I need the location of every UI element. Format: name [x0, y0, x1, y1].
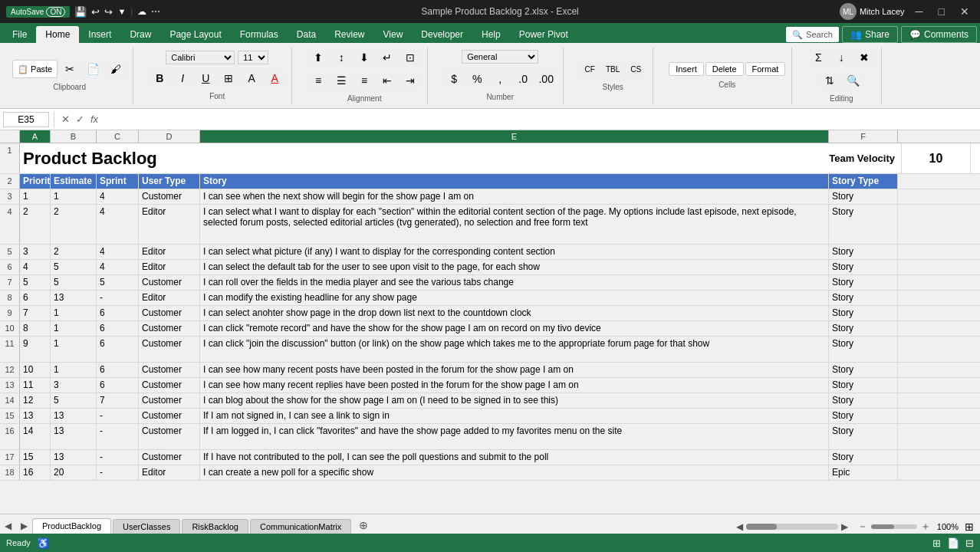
decimal-decrease-button[interactable]: .0 — [512, 70, 534, 88]
cell-d13[interactable]: Customer — [139, 378, 200, 393]
cell-e6[interactable]: I can select the default tab for the use… — [200, 260, 829, 274]
cell-c10[interactable]: 6 — [97, 321, 139, 336]
share-button[interactable]: 👥 Share — [842, 26, 898, 43]
cell-b14[interactable]: 5 — [51, 393, 97, 408]
cell-c4[interactable]: 4 — [97, 205, 139, 244]
wrap-text-button[interactable]: ↵ — [377, 48, 398, 67]
tab-file[interactable]: File — [3, 26, 36, 43]
number-format-select[interactable]: General — [462, 50, 538, 64]
cell-d14[interactable]: Customer — [139, 393, 200, 408]
font-color-button[interactable]: A — [264, 69, 285, 87]
tab-review[interactable]: Review — [325, 26, 373, 43]
align-top-button[interactable]: ⬆ — [307, 48, 329, 67]
sheet-tab-user-classes[interactable]: UserClasses — [113, 519, 180, 534]
cell-d3[interactable]: Customer — [139, 189, 200, 204]
zoom-slider[interactable] — [871, 524, 917, 529]
indent-increase-button[interactable]: ⇥ — [400, 71, 421, 90]
cell-c16[interactable]: - — [97, 424, 139, 449]
conditional-format-button[interactable]: CF — [579, 60, 600, 78]
cell-e18[interactable]: I can create a new poll for a specific s… — [200, 465, 829, 480]
col-header-b[interactable]: B — [51, 130, 97, 143]
header-user-type[interactable]: User Type — [139, 174, 200, 189]
paste-button[interactable]: 📋 Paste — [12, 60, 58, 78]
cell-a11[interactable]: 9 — [20, 337, 51, 362]
confirm-input-icon[interactable]: ✓ — [74, 113, 87, 125]
clear-button[interactable]: ✖ — [853, 48, 875, 67]
col-header-f[interactable]: F — [829, 130, 898, 143]
sheet-tab-communication-matrix[interactable]: CommunicationMatrix — [250, 519, 351, 534]
percent-button[interactable]: % — [466, 70, 488, 88]
tab-formulas[interactable]: Formulas — [231, 26, 288, 43]
font-family-select[interactable]: Calibri — [166, 51, 235, 64]
cell-f6[interactable]: Story — [829, 260, 898, 274]
cell-f11[interactable]: Story — [829, 337, 898, 362]
cell-b17[interactable]: 13 — [51, 450, 97, 465]
format-as-table-button[interactable]: TBL — [602, 60, 623, 78]
cell-f10[interactable]: Story — [829, 321, 898, 336]
cell-a12[interactable]: 10 — [20, 363, 51, 377]
comma-button[interactable]: , — [489, 70, 511, 88]
cell-f14[interactable]: Story — [829, 393, 898, 408]
autosum-button[interactable]: Σ — [807, 48, 829, 67]
col-header-e[interactable]: E — [200, 130, 829, 143]
save-icon[interactable]: 💾 — [74, 6, 87, 18]
cell-c15[interactable]: - — [97, 409, 139, 423]
cell-a18[interactable]: 16 — [20, 465, 51, 480]
cell-f7[interactable]: Story — [829, 275, 898, 290]
header-priority[interactable]: Priority — [20, 174, 51, 189]
navigate-left-icon[interactable]: ◀ — [0, 518, 16, 534]
format-painter-button[interactable]: 🖌 — [105, 60, 127, 78]
cell-e4[interactable]: I can select what I want to display for … — [200, 205, 829, 244]
cut-button[interactable]: ✂ — [59, 60, 81, 78]
tab-insert[interactable]: Insert — [79, 26, 120, 43]
cell-b3[interactable]: 1 — [51, 189, 97, 204]
cell-c8[interactable]: - — [97, 291, 139, 305]
cell-d7[interactable]: Customer — [139, 275, 200, 290]
scrollbar-left-icon[interactable]: ◀ — [736, 521, 743, 532]
currency-button[interactable]: $ — [443, 70, 465, 88]
find-select-button[interactable]: 🔍 — [842, 71, 863, 90]
accessibility-icon[interactable]: ♿ — [37, 537, 49, 549]
cell-b12[interactable]: 1 — [51, 363, 97, 377]
cell-d9[interactable]: Customer — [139, 306, 200, 320]
cell-e15[interactable]: If I am not signed in, I can see a link … — [200, 409, 829, 423]
cell-f9[interactable]: Story — [829, 306, 898, 320]
cell-reference-box[interactable] — [3, 112, 49, 127]
cell-c9[interactable]: 6 — [97, 306, 139, 320]
header-sprint[interactable]: Sprint — [97, 174, 139, 189]
view-normal-icon[interactable]: ⊞ — [932, 537, 941, 549]
view-page-layout-icon[interactable]: 📄 — [947, 537, 959, 549]
cell-a15[interactable]: 13 — [20, 409, 51, 423]
cell-a16[interactable]: 14 — [20, 424, 51, 449]
decimal-increase-button[interactable]: .00 — [535, 70, 557, 88]
maximize-button[interactable]: □ — [934, 4, 949, 19]
cell-f15[interactable]: Story — [829, 409, 898, 423]
cell-a6[interactable]: 4 — [20, 260, 51, 274]
fill-color-button[interactable]: A — [241, 69, 262, 87]
zoom-in-icon[interactable]: ＋ — [920, 520, 931, 534]
redo-icon[interactable]: ↪ — [104, 6, 113, 18]
cell-a10[interactable]: 8 — [20, 321, 51, 336]
format-cells-button[interactable]: Format — [745, 62, 786, 76]
sheet-tab-risk-backlog[interactable]: RiskBacklog — [182, 519, 248, 534]
cell-e8[interactable]: I can modify the existing headline for a… — [200, 291, 829, 305]
cell-c6[interactable]: 4 — [97, 260, 139, 274]
cell-b15[interactable]: 13 — [51, 409, 97, 423]
cell-d16[interactable]: Customer — [139, 424, 200, 449]
autosave-toggle[interactable]: ON — [46, 7, 65, 17]
cell-d10[interactable]: Customer — [139, 321, 200, 336]
cell-c11[interactable]: 6 — [97, 337, 139, 362]
merge-button[interactable]: ⊡ — [400, 48, 421, 67]
cell-b8[interactable]: 13 — [51, 291, 97, 305]
cell-c3[interactable]: 4 — [97, 189, 139, 204]
cell-c13[interactable]: 6 — [97, 378, 139, 393]
tab-draw[interactable]: Draw — [120, 26, 160, 43]
close-button[interactable]: ✕ — [955, 4, 974, 19]
zoom-out-icon[interactable]: － — [857, 520, 868, 534]
cell-c12[interactable]: 6 — [97, 363, 139, 377]
cell-e1[interactable]: Team Velocity — [273, 143, 902, 173]
cell-d15[interactable]: Customer — [139, 409, 200, 423]
autosave-badge[interactable]: AutoSave ON — [6, 6, 70, 18]
cell-e5[interactable]: I can select what picture (if any) I wan… — [200, 245, 829, 259]
cell-styles-button[interactable]: CS — [625, 60, 646, 78]
